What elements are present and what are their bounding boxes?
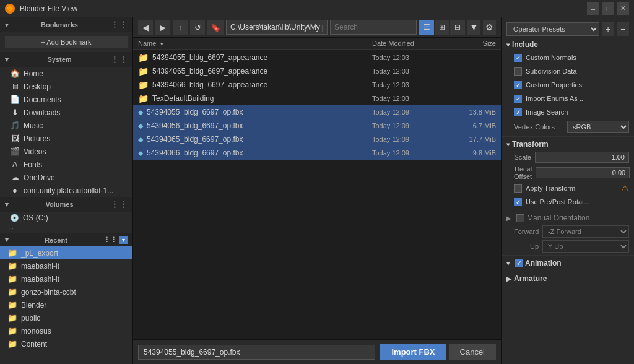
recent-item-gonzo-binta-ccbt[interactable]: 📁 gonzo-binta-ccbt <box>0 285 132 298</box>
view-grid1-button[interactable]: ⊞ <box>435 20 449 35</box>
view-grid2-button[interactable]: ⊟ <box>450 20 465 35</box>
view-list-button[interactable]: ☰ <box>419 20 434 35</box>
sidebar-item-home[interactable]: 🏠 Home <box>0 67 132 80</box>
path-input[interactable] <box>226 20 328 35</box>
recent-item-maebashi-it[interactable]: 📁 maebashi-it <box>0 272 132 285</box>
filename-input[interactable] <box>138 345 375 360</box>
table-row[interactable]: 📁 54394066_bldg_6697_appearance Today 12… <box>133 78 501 92</box>
item-label: OneDrive <box>24 173 55 182</box>
table-row[interactable]: ◆ 54394065_bldg_6697_op.fbx Today 12:09 … <box>133 132 501 146</box>
col-name-header[interactable]: Name ▾ <box>138 40 372 47</box>
include-label: Include <box>512 40 538 49</box>
folder-icon: 📁 <box>7 261 17 271</box>
recent-item-public[interactable]: 📁 public <box>0 311 132 324</box>
footer: Import FBX Cancel <box>133 339 501 364</box>
volumes-item-os--c--[interactable]: 💿 OS (C:) <box>0 212 132 224</box>
animation-checkbox[interactable] <box>515 259 523 267</box>
recent-item-monosus[interactable]: 📁 monosus <box>0 324 132 337</box>
close-button[interactable]: ✕ <box>617 2 629 15</box>
add-bookmark-button[interactable]: + Add Bookmark <box>5 36 128 48</box>
decal-offset-input[interactable] <box>536 167 630 178</box>
volumes-expand-dots[interactable]: · · · <box>0 224 132 233</box>
operator-preset-remove-button[interactable]: − <box>617 22 629 36</box>
bookmark-add-button[interactable]: 🔖 <box>207 20 224 35</box>
armature-section-header[interactable]: ▶ Armature <box>502 272 634 285</box>
custom-properties-checkbox[interactable] <box>514 81 522 89</box>
table-row[interactable]: ◆ 54394056_bldg_6697_op.fbx Today 12:09 … <box>133 119 501 132</box>
sidebar-item-pictures[interactable]: 🖼 Pictures <box>0 132 132 145</box>
recent-section-header[interactable]: ▾ Recent ⋮⋮ ▾ <box>0 233 132 246</box>
recent-item-blender[interactable]: 📁 Blender <box>0 298 132 311</box>
table-row[interactable]: 📁 54394065_bldg_6697_appearance Today 12… <box>133 64 501 78</box>
up-button[interactable]: ↑ <box>173 20 188 35</box>
filter-button[interactable]: ▼ <box>467 20 480 35</box>
sidebar-item-downloads[interactable]: ⬇ Downloads <box>0 106 132 119</box>
cancel-button[interactable]: Cancel <box>449 344 496 360</box>
table-row[interactable]: 📁 TexDefaultBuilding Today 12:03 <box>133 92 501 105</box>
decal-offset-row: Decal Offset <box>502 164 634 181</box>
import-enums-checkbox[interactable] <box>514 95 522 103</box>
volumes-label: Volumes <box>45 201 73 208</box>
table-row[interactable]: 📁 54394055_bldg_6697_appearance Today 12… <box>133 51 501 64</box>
scale-input[interactable] <box>535 152 629 163</box>
up-select[interactable]: Y Up <box>542 240 629 253</box>
sidebar-item-com-unity-plateautoolkit-1---[interactable]: ● com.unity.plateautoolkit-1... <box>0 184 132 197</box>
refresh-button[interactable]: ↺ <box>190 20 205 35</box>
vertex-colors-select[interactable]: sRGB <box>567 121 629 133</box>
volumes-section-header[interactable]: ▾ Volumes ⋮⋮ <box>0 197 132 212</box>
file-date: Today 12:03 <box>372 54 446 61</box>
sidebar-item-videos[interactable]: 🎬 Videos <box>0 145 132 158</box>
item-label: Documents <box>24 95 61 104</box>
image-search-checkbox[interactable] <box>514 108 522 116</box>
sidebar-item-documents[interactable]: 📄 Documents <box>0 93 132 106</box>
back-button[interactable]: ◀ <box>138 20 153 35</box>
operator-preset-add-button[interactable]: + <box>602 22 614 36</box>
manual-orientation-header[interactable]: ▶ Manual Orientation <box>502 212 634 224</box>
forward-select[interactable]: -Z Forward <box>542 225 629 238</box>
item-icon: 💿 <box>10 214 19 222</box>
include-section-header[interactable]: ▾ Include <box>502 38 634 51</box>
settings-button[interactable]: ⚙ <box>483 20 496 35</box>
forward-button[interactable]: ▶ <box>155 20 170 35</box>
file-date: Today 12:09 <box>372 122 446 129</box>
import-button[interactable]: Import FBX <box>380 344 446 360</box>
operator-presets-dropdown[interactable]: Operator Presets <box>506 22 599 36</box>
transform-section-header[interactable]: ▾ Transform <box>502 138 634 150</box>
image-search-label: Image Search <box>526 108 629 116</box>
maximize-button[interactable]: □ <box>602 2 614 15</box>
recent-dropdown-button[interactable]: ▾ <box>119 236 128 244</box>
minimize-button[interactable]: – <box>587 2 599 15</box>
recent-item-maebashi-it[interactable]: 📁 maebashi-it <box>0 259 132 272</box>
volumes-dots[interactable]: ⋮⋮ <box>110 199 128 209</box>
apply-transform-checkbox[interactable] <box>514 184 522 193</box>
table-row[interactable]: ◆ 54394055_bldg_6697_op.fbx Today 12:09 … <box>133 105 501 119</box>
subdivision-data-checkbox[interactable] <box>514 67 522 76</box>
folder-icon: 📁 <box>7 339 17 349</box>
sidebar-item-fonts[interactable]: A Fonts <box>0 158 132 171</box>
system-dots[interactable]: ⋮⋮ <box>110 54 128 64</box>
manual-orientation-checkbox[interactable] <box>516 214 524 222</box>
subdivision-data-label: Subdivision Data <box>526 67 629 75</box>
recent-item-content[interactable]: 📁 Content <box>0 337 132 350</box>
recent-dots[interactable]: ⋮⋮ <box>103 236 117 244</box>
col-date-header[interactable]: Date Modified <box>372 40 446 47</box>
bookmarks-section-header[interactable]: ▾ Bookmarks ⋮⋮ <box>0 17 132 32</box>
table-row[interactable]: ◆ 54394066_bldg_6697_op.fbx Today 12:09 … <box>133 146 501 160</box>
system-section-header[interactable]: ▾ System ⋮⋮ <box>0 52 132 67</box>
animation-section-header[interactable]: ▾ Animation <box>502 257 634 269</box>
custom-normals-checkbox[interactable] <box>514 54 522 62</box>
file-name: 54394065_bldg_6697_op.fbx <box>147 135 372 144</box>
sidebar-item-onedrive[interactable]: ☁ OneDrive <box>0 171 132 184</box>
divider-1 <box>502 136 634 137</box>
use-prepost-checkbox[interactable] <box>514 198 522 206</box>
file-list-header: Name ▾ Date Modified Size <box>133 38 501 50</box>
recent-item--pl-export[interactable]: 📁 _pL_export <box>0 246 132 259</box>
animation-label: Animation <box>525 259 562 267</box>
file-size: 6.7 MiB <box>446 122 496 129</box>
sidebar-item-music[interactable]: 🎵 Music <box>0 119 132 132</box>
bookmarks-dots[interactable]: ⋮⋮ <box>110 20 128 30</box>
col-size-header[interactable]: Size <box>446 40 496 47</box>
search-input[interactable] <box>330 20 417 35</box>
item-icon: ☁ <box>10 173 20 182</box>
sidebar-item-desktop[interactable]: 🖥 Desktop <box>0 80 132 93</box>
